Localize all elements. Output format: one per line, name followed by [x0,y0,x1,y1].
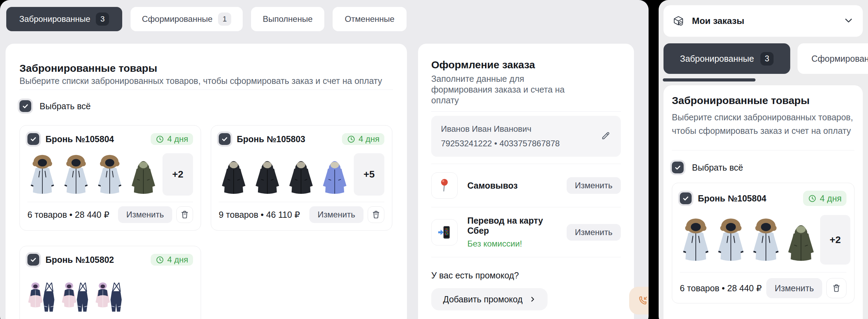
mobile-reservation-summary: 6 товаров • 28 440 ₽ [680,283,762,293]
more-items-count: +5 [354,153,384,196]
reservation-checkbox[interactable] [27,133,39,145]
mobile-panel-title: Забронированные товары [672,95,854,106]
change-payment-button[interactable]: Изменить [567,224,621,241]
days-left-badge: 4 дня [151,254,193,266]
mobile-select-all-label: Выбрать всё [692,163,743,173]
tab-cancelled[interactable]: Отмененные [333,7,407,31]
mobile-tab-reserved-count: 3 [760,52,774,66]
divider [219,202,384,202]
mobile-days-left-badge: 4 дня [803,191,846,206]
panel-subtitle: Выберите списки забронированных товаров,… [19,76,393,86]
trash-icon [832,284,841,293]
reserved-products-panel: Забронированные товары Выберите списки з… [6,44,407,319]
contact-details: 79253241222 • 4033757867878 [441,139,560,148]
tab-cancelled-label: Отмененные [345,14,394,24]
edit-reservation-button[interactable]: Изменить [309,206,364,223]
reservation-checkbox[interactable] [219,133,231,145]
tab-reserved[interactable]: Забронированные 3 [6,7,122,31]
select-all-label: Выбрать всё [40,101,91,111]
check-icon [221,135,228,143]
reservation-checkbox[interactable] [27,254,39,266]
payment-row: Перевод на карту Сбер Без комиссии! Изме… [431,207,621,257]
phone-incoming-icon [636,294,649,308]
clock-icon [808,194,817,203]
mobile-panel-subtitle: Выберите списки забронированных товаров,… [672,111,854,138]
product-image-suit_pink [61,274,91,317]
tab-formed-label: Сформированные [142,14,212,24]
change-delivery-button[interactable]: Изменить [567,177,621,194]
clock-icon [347,135,356,144]
reservation-cards-grid: Бронь №105804 4 дня +2 [19,125,393,319]
card-transfer-icon [431,219,458,245]
tab-completed[interactable]: Выполненые [251,7,324,31]
product-thumbnails [27,274,193,317]
checkout-subtitle: Заполните данные для формирования заказа… [431,74,584,106]
tab-reserved-label: Забронированные [19,14,91,24]
mobile-orders-title: Мои заказы [692,16,744,26]
callback-floating-button[interactable] [629,287,649,314]
mobile-preview-panel: Мои заказы Забронированные 3 Сформирован… [659,0,868,319]
checkout-title: Оформление заказа [431,59,621,71]
tab-completed-label: Выполненые [263,14,313,24]
reservation-summary: 6 товаров • 28 440 ₽ [27,210,109,220]
clock-icon [156,135,164,144]
edit-contact-button[interactable] [601,130,611,142]
edit-reservation-button[interactable]: Изменить [118,206,172,223]
promo-question: У вас есть промокод? [431,270,621,281]
reservation-card: Бронь №105804 4 дня +2 [19,125,201,231]
product-image-parka_light [680,215,712,265]
mobile-more-items-count: +2 [820,215,850,265]
check-icon [30,135,37,143]
product-image-parka_light [61,153,91,196]
tab-reserved-count: 3 [96,12,109,26]
divider [680,272,846,273]
payment-method-label: Перевод на карту Сбер [467,216,567,236]
product-image-parka_light [715,215,747,265]
panel-title: Забронированные товары [19,62,393,74]
contact-card: Иванов Иван Иванович 79253241222 • 40337… [431,116,621,157]
more-items-count: +2 [162,153,193,196]
reservation-name: Бронь №105804 [45,134,114,144]
product-image-jacket_olive [785,215,817,265]
product-thumbnails: +2 [27,153,193,196]
tab-formed[interactable]: Сформированные 1 [131,7,243,31]
mobile-reservation-checkbox[interactable] [680,192,692,204]
mobile-tab-reserved[interactable]: Забронированные 3 [663,43,790,74]
add-promo-button[interactable]: Добавить промокод [431,288,548,310]
package-icon [673,15,684,27]
clock-icon [156,256,164,264]
delete-reservation-button[interactable] [368,206,384,223]
trash-icon [372,210,381,219]
mobile-select-all-checkbox[interactable] [672,162,684,173]
mobile-product-thumbnails: +2 [680,215,846,265]
mobile-reservation-name: Бронь №105804 [698,193,766,204]
check-icon [674,164,682,171]
mobile-status-tabs: Забронированные 3 Сформированные [663,43,868,74]
mobile-reserved-panel: Забронированные товары Выберите списки з… [663,85,863,319]
select-all-checkbox[interactable] [19,100,31,112]
product-image-jacket_black [219,153,249,196]
divider [672,150,854,150]
product-image-jacket_black [252,153,282,196]
mobile-tab-formed[interactable]: Сформированные [798,43,868,74]
product-image-jacket_blue [320,153,350,196]
mobile-delete-reservation-button[interactable] [826,278,846,298]
checkout-panel: Оформление заказа Заполните данные для ф… [418,44,634,319]
delivery-method-label: Самовывоз [467,181,518,191]
product-image-jacket_olive [128,153,158,196]
mobile-edit-reservation-button[interactable]: Изменить [766,278,822,298]
product-image-parka_light [27,153,57,196]
tabs-scroll-indicator[interactable] [663,78,756,81]
pickup-pin-icon [431,172,458,199]
check-icon [30,256,37,264]
delete-reservation-button[interactable] [176,206,193,223]
days-left-badge: 4 дня [342,133,384,145]
reservation-card: Бронь №105803 4 дня +5 [211,125,392,231]
mobile-orders-header[interactable]: Мои заказы [663,5,863,37]
reservation-name: Бронь №105803 [237,134,305,144]
screenshot-root: Забронированные 3 Сформированные 1 Выпол… [0,0,868,319]
divider [19,89,393,90]
product-image-parka_light [750,215,782,265]
divider [431,257,621,257]
reservation-name: Бронь №105802 [45,255,114,265]
